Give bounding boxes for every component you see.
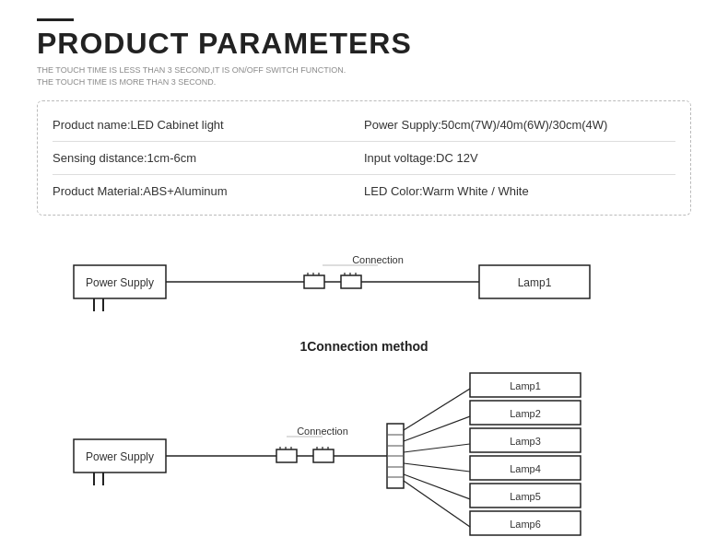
diagram-1-section: Power Supply Connection Lamp1 1Connectio… xyxy=(37,238,691,354)
svg-text:Lamp4: Lamp4 xyxy=(510,463,541,474)
params-cell-2-right: Input voltage:DC 12V xyxy=(364,151,675,165)
svg-rect-10 xyxy=(341,275,361,288)
svg-text:Lamp6: Lamp6 xyxy=(510,519,541,530)
svg-line-44 xyxy=(404,444,470,452)
page-title: PRODUCT PARAMETERS xyxy=(37,27,691,61)
diagram-1-label: 1Connection method xyxy=(37,339,691,354)
svg-rect-31 xyxy=(313,449,334,462)
params-cell-1-right: Power Supply:50cm(7W)/40m(6W)/30cm(4W) xyxy=(364,118,675,132)
diagram-1-svg: Power Supply Connection Lamp1 xyxy=(37,238,700,330)
svg-line-45 xyxy=(404,463,470,472)
params-row-2: Sensing distance:1cm-6cm Input voltage:D… xyxy=(53,142,675,175)
svg-line-47 xyxy=(404,481,470,527)
svg-line-43 xyxy=(404,416,470,441)
diagram-2-section: Power Supply Connection xyxy=(37,361,691,560)
svg-text:Power Supply: Power Supply xyxy=(86,276,154,289)
svg-line-46 xyxy=(404,474,470,499)
subtitle: THE TOUCH TIME IS LESS THAN 3 SECOND,IT … xyxy=(37,64,691,88)
svg-text:Lamp1: Lamp1 xyxy=(518,276,552,289)
svg-text:Lamp1: Lamp1 xyxy=(510,380,541,391)
params-cell-3-left: Product Material:ABS+Aluminum xyxy=(53,184,364,198)
svg-text:Lamp2: Lamp2 xyxy=(510,408,541,419)
svg-rect-5 xyxy=(304,275,324,288)
params-cell-3-right: LED Color:Warm White / White xyxy=(364,184,675,198)
svg-text:Connection: Connection xyxy=(297,426,348,437)
params-cell-2-left: Sensing distance:1cm-6cm xyxy=(53,151,364,165)
diagram-2-svg: Power Supply Connection xyxy=(37,361,700,560)
params-row-3: Product Material:ABS+Aluminum LED Color:… xyxy=(53,175,675,207)
svg-text:Power Supply: Power Supply xyxy=(86,450,154,463)
svg-text:Lamp5: Lamp5 xyxy=(510,491,541,502)
svg-rect-24 xyxy=(276,449,297,462)
params-cell-1-left: Product name:LED Cabinet light xyxy=(53,118,364,132)
svg-line-42 xyxy=(404,389,470,430)
params-table: Product name:LED Cabinet light Power Sup… xyxy=(37,100,691,216)
svg-text:Lamp3: Lamp3 xyxy=(510,436,541,447)
svg-text:Connection: Connection xyxy=(352,254,404,265)
params-row-1: Product name:LED Cabinet light Power Sup… xyxy=(53,109,675,142)
header-line xyxy=(37,18,74,21)
